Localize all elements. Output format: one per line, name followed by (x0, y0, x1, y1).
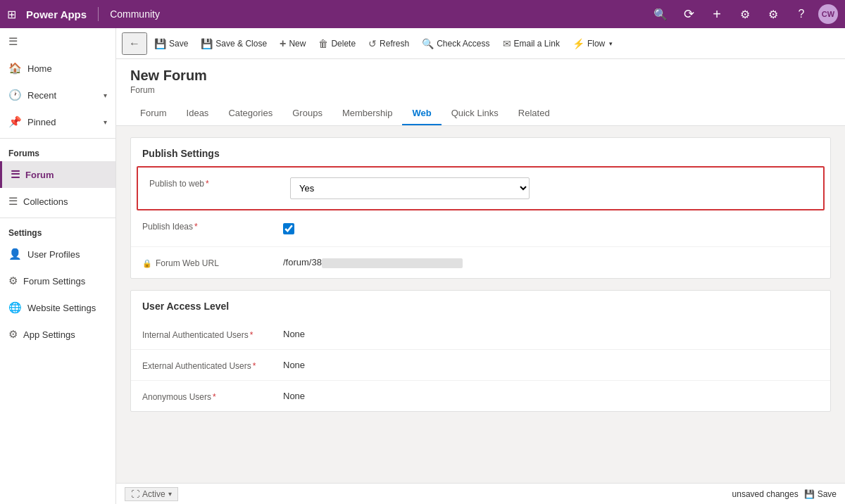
pinned-icon: 📌 (8, 115, 22, 128)
environment-name: Community (110, 8, 160, 20)
url-blurred (322, 258, 463, 268)
expand-icon: ⛶ (131, 489, 139, 499)
sidebar-divider-1 (0, 138, 115, 139)
email-link-button[interactable]: ✉ Email a Link (497, 32, 565, 55)
user-access-level-title: User Access Level (131, 291, 830, 319)
user-access-level-card: User Access Level Internal Authenticated… (130, 290, 831, 412)
settings-icon[interactable]: ⚙ (762, 3, 784, 25)
tab-groups[interactable]: Groups (282, 102, 332, 125)
home-icon: 🏠 (8, 62, 22, 75)
publish-ideas-checkbox[interactable] (283, 223, 294, 234)
external-auth-label: External Authenticated Users * (142, 357, 283, 371)
internal-auth-required: * (250, 330, 254, 340)
sidebar-item-website-settings[interactable]: 🌐 Website Settings (0, 294, 115, 321)
settings-section-header: Settings (0, 221, 115, 241)
delete-label: Delete (331, 39, 356, 49)
anonymous-users-required: * (213, 392, 216, 402)
sidebar-divider-2 (0, 218, 115, 218)
page-title: New Forum (130, 68, 831, 84)
refresh-icon[interactable]: ⟳ (677, 3, 700, 25)
tab-related[interactable]: Related (508, 102, 560, 125)
sidebar-user-profiles-label: User Profiles (27, 249, 80, 260)
sidebar-item-forum[interactable]: ☰ Forum (0, 161, 115, 188)
status-expand-chevron: ▾ (168, 490, 172, 498)
sidebar-collections-label: Collections (23, 196, 68, 207)
flow-button[interactable]: ⚡ Flow ▾ (567, 32, 618, 55)
forum-settings-icon: ⚙ (8, 275, 18, 287)
status-save-button[interactable]: 💾 Save (804, 489, 837, 499)
email-link-label: Email a Link (514, 39, 560, 49)
sidebar-item-recent[interactable]: 🕐 Recent ▾ (0, 82, 115, 108)
tab-categories[interactable]: Categories (218, 102, 282, 125)
delete-button[interactable]: 🗑 Delete (313, 32, 361, 55)
sidebar-item-pinned[interactable]: 📌 Pinned ▾ (0, 108, 115, 135)
main-layout: ☰ 🏠 Home 🕐 Recent ▾ 📌 Pinned ▾ Forums ☰ … (0, 28, 845, 504)
status-save-icon: 💾 (804, 489, 815, 499)
forums-section-header: Forums (0, 141, 115, 161)
refresh-label: Refresh (380, 39, 409, 49)
flow-icon: ⚡ (572, 38, 584, 49)
sidebar-website-settings-label: Website Settings (27, 303, 96, 313)
anonymous-users-label: Anonymous Users * (142, 388, 283, 402)
main-scroll-area: Publish Settings Publish to web * Yes No (116, 126, 845, 483)
anonymous-users-value: None (283, 388, 819, 404)
sidebar-home-label: Home (27, 63, 52, 74)
internal-auth-label: Internal Authenticated Users * (142, 326, 283, 340)
new-button[interactable]: + New (274, 32, 311, 55)
sidebar-item-forum-settings[interactable]: ⚙ Forum Settings (0, 267, 115, 294)
publish-settings-title: Publish Settings (131, 138, 830, 166)
sidebar-pinned-label: Pinned (27, 117, 56, 127)
refresh-button[interactable]: ↺ Refresh (363, 32, 415, 55)
tab-quick-links[interactable]: Quick Links (442, 102, 508, 125)
search-icon[interactable]: 🔍 (649, 3, 672, 25)
publish-to-web-field: Publish to web * Yes No (137, 166, 825, 210)
anonymous-users-field: Anonymous Users * None (131, 381, 830, 411)
status-bar: ⛶ Active ▾ unsaved changes 💾 Save (116, 483, 845, 504)
tab-membership[interactable]: Membership (332, 102, 403, 125)
sidebar-app-settings-label: App Settings (23, 329, 75, 340)
add-icon[interactable]: + (706, 3, 728, 25)
tab-web[interactable]: Web (402, 102, 441, 125)
sidebar-item-home[interactable]: 🏠 Home (0, 55, 115, 82)
publish-to-web-select[interactable]: Yes No (291, 178, 529, 199)
save-button[interactable]: 💾 Save (149, 32, 194, 55)
tab-bar: Forum Ideas Categories Groups Membership… (130, 102, 831, 125)
save-label: Save (169, 39, 188, 49)
sidebar-item-app-settings[interactable]: ⚙ App Settings (0, 321, 115, 348)
user-avatar[interactable]: CW (818, 4, 838, 24)
publish-ideas-field: Publish Ideas * (131, 210, 830, 247)
lock-icon: 🔒 (142, 259, 152, 268)
forum-icon: ☰ (11, 168, 20, 181)
sidebar-menu-toggle[interactable]: ☰ (0, 28, 115, 55)
save-close-button[interactable]: 💾 Save & Close (195, 32, 273, 55)
sidebar-item-user-profiles[interactable]: 👤 User Profiles (0, 241, 115, 267)
hamburger-icon: ☰ (8, 35, 18, 48)
refresh-btn-icon: ↺ (368, 38, 377, 49)
unsaved-changes-text: unsaved changes (732, 489, 799, 499)
filter-icon[interactable]: ⚙ (734, 3, 756, 25)
flow-label: Flow (587, 39, 605, 49)
status-active-badge[interactable]: ⛶ Active ▾ (125, 487, 178, 501)
back-button[interactable]: ← (122, 32, 147, 55)
tab-ideas[interactable]: Ideas (177, 102, 219, 125)
content-area: ← 💾 Save 💾 Save & Close + New 🗑 Delete ↺… (116, 28, 845, 504)
nav-divider (98, 7, 99, 21)
external-auth-value: None (283, 357, 819, 373)
page-header: New Forum Forum Forum Ideas Categories G… (116, 59, 845, 126)
sidebar-item-collections[interactable]: ☰ Collections (0, 188, 115, 215)
grid-icon[interactable]: ⊞ (7, 8, 16, 21)
sidebar: ☰ 🏠 Home 🕐 Recent ▾ 📌 Pinned ▾ Forums ☰ … (0, 28, 116, 504)
publish-to-web-label: Publish to web * (149, 175, 290, 189)
help-icon[interactable]: ? (790, 3, 813, 25)
external-auth-required: * (253, 361, 256, 371)
publish-settings-card: Publish Settings Publish to web * Yes No (130, 137, 831, 279)
internal-auth-field: Internal Authenticated Users * None (131, 319, 830, 350)
app-name: Power Apps (26, 8, 87, 20)
check-access-button[interactable]: 🔍 Check Access (416, 32, 495, 55)
sidebar-recent-label: Recent (27, 90, 56, 101)
publish-ideas-label: Publish Ideas * (142, 218, 283, 232)
page-subtitle: Forum (130, 85, 831, 95)
save-close-label: Save & Close (215, 39, 267, 49)
tab-forum[interactable]: Forum (130, 102, 177, 125)
delete-icon: 🗑 (318, 38, 328, 49)
